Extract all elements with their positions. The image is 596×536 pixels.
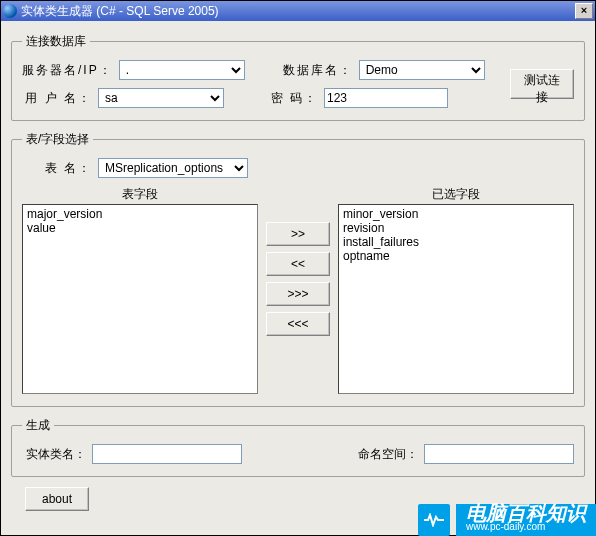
- table-field-legend: 表/字段选择: [22, 131, 93, 148]
- right-list-header: 已选字段: [338, 186, 574, 202]
- table-field-group: 表/字段选择 表 名： MSreplication_options 表字段 ma…: [11, 131, 585, 407]
- client-area: 连接数据库 服务器名/IP： . 数据库名： Demo 用 户 名： sa 密: [1, 21, 595, 535]
- remove-button[interactable]: <<: [266, 252, 330, 276]
- window-title: 实体类生成器 (C# - SQL Serve 2005): [21, 3, 575, 20]
- server-select[interactable]: .: [119, 60, 245, 80]
- close-button[interactable]: ×: [575, 3, 593, 19]
- app-icon: [3, 4, 17, 18]
- table-select[interactable]: MSreplication_options: [98, 158, 248, 178]
- db-label: 数据库名：: [283, 62, 353, 79]
- server-label: 服务器名/IP：: [22, 62, 113, 79]
- test-connection-button[interactable]: 测试连接: [510, 69, 574, 99]
- list-item[interactable]: minor_version: [343, 207, 569, 221]
- list-item[interactable]: revision: [343, 221, 569, 235]
- class-name-label: 实体类名：: [22, 446, 86, 463]
- class-name-input[interactable]: [92, 444, 242, 464]
- app-window: 实体类生成器 (C# - SQL Serve 2005) × 连接数据库 服务器…: [0, 0, 596, 536]
- table-label: 表 名：: [22, 160, 92, 177]
- user-select[interactable]: sa: [98, 88, 224, 108]
- connection-legend: 连接数据库: [22, 33, 90, 50]
- list-item[interactable]: install_failures: [343, 235, 569, 249]
- available-fields-list[interactable]: major_versionvalue: [22, 204, 258, 394]
- list-item[interactable]: major_version: [27, 207, 253, 221]
- left-list-header: 表字段: [22, 186, 258, 202]
- list-item[interactable]: value: [27, 221, 253, 235]
- titlebar: 实体类生成器 (C# - SQL Serve 2005) ×: [1, 1, 595, 21]
- generate-group: 生成 实体类名： 命名空间：: [11, 417, 585, 477]
- user-label: 用 户 名：: [22, 90, 92, 107]
- connection-group: 连接数据库 服务器名/IP： . 数据库名： Demo 用 户 名： sa 密: [11, 33, 585, 121]
- about-button[interactable]: about: [25, 487, 89, 511]
- namespace-input[interactable]: [424, 444, 574, 464]
- remove-all-button[interactable]: <<<: [266, 312, 330, 336]
- selected-fields-list[interactable]: minor_versionrevisioninstall_failuresopt…: [338, 204, 574, 394]
- password-input[interactable]: [324, 88, 448, 108]
- list-item[interactable]: optname: [343, 249, 569, 263]
- password-label: 密 码：: [262, 90, 318, 107]
- generate-legend: 生成: [22, 417, 54, 434]
- database-select[interactable]: Demo: [359, 60, 485, 80]
- add-button[interactable]: >>: [266, 222, 330, 246]
- add-all-button[interactable]: >>>: [266, 282, 330, 306]
- namespace-label: 命名空间：: [354, 446, 418, 463]
